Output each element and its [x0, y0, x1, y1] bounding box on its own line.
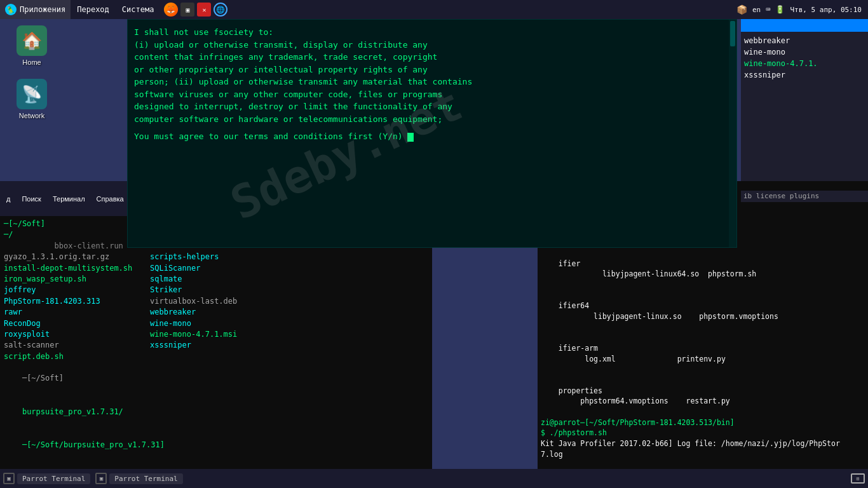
network-folder-icon: 📡	[17, 79, 47, 109]
file-salt: salt-scanner	[4, 340, 150, 351]
desktop-icons: 🏠 Home 📡 Network	[10, 25, 54, 119]
apps-label[interactable]: Приложения	[20, 5, 65, 14]
terminal-task-icon-2: ▣	[95, 473, 107, 484]
left-terminal: ─[~/Soft] ─/ bbox-client.run gyazo_1.3.1…	[0, 216, 432, 469]
sidebar-nav-back[interactable]: д	[3, 194, 13, 204]
file-striker: Striker	[150, 285, 290, 295]
terminal-task-label-2: Parrot Terminal	[114, 475, 177, 483]
home-folder-icon: 🏠	[17, 25, 47, 56]
rt-cmd1: $ ./phpstorm.sh	[541, 428, 865, 438]
rt-output2: 7.log	[541, 449, 865, 460]
file-xsssniper: xsssniper	[150, 340, 290, 351]
file-roxysploit: roxysploit	[4, 329, 150, 340]
right-panel-item-4: xsssniper	[744, 69, 865, 81]
taskbar-right-area: 📦 en ⌨ 🔋 Чтв, 5 апр, 05:10	[736, 4, 868, 15]
tos-scrollbar[interactable]	[729, 20, 736, 247]
file-listing-area: gyazo_1.3.1.orig.tar.gz install-depot-mu…	[4, 252, 428, 362]
file-col-1: gyazo_1.3.1.orig.tar.gz install-depot-mu…	[4, 252, 150, 362]
taskbar-bottom-right: ⊞	[851, 473, 865, 484]
file-wine-mono: wine-mono	[150, 318, 290, 329]
tos-text: I shall not use fsociety to: (i) upload …	[134, 26, 730, 125]
tos-scrollbar-thumb	[730, 21, 735, 46]
desktop-icon-home[interactable]: 🏠 Home	[10, 25, 54, 66]
apps-menu[interactable]: 🦜 Приложения	[0, 0, 71, 19]
close-app-icon[interactable]: ✕	[197, 3, 211, 17]
right-panel-items: webbreaker wine-mono wine-mono-4.7.1. xs…	[741, 32, 868, 84]
tos-prompt: You must agree to our terms and conditio…	[134, 132, 730, 142]
right-panel-header	[741, 19, 868, 32]
file-recondog: ReconDog	[4, 318, 150, 329]
tos-terminal: I shall not use fsociety to: (i) upload …	[127, 19, 737, 248]
terminal-line-burp-nav: ─[~/Soft]	[4, 362, 428, 395]
file-vbox: virtualbox-last.deb	[150, 296, 290, 307]
left-sidebar-taskbar: д Поиск Терминал Справка	[0, 181, 127, 216]
right-panel-bottom: ib license plugins	[741, 191, 868, 202]
sidebar-terminal[interactable]: Терминал	[50, 194, 88, 204]
right-panel-item-1: webbreaker	[744, 35, 865, 46]
terminal-task-label-1: Parrot Terminal	[22, 475, 85, 483]
terminal-line-burp-files: keygen1.7.31.jar burpsuite_pro_v1.7.31.j…	[4, 462, 428, 469]
file-gyazo: gyazo_1.3.1.orig.tar.gz	[4, 252, 150, 262]
file-scripts-helpers: scripts-helpers	[150, 252, 290, 262]
right-panel-item-2: wine-mono	[744, 46, 865, 58]
screen-layout-icon[interactable]: ⊞	[851, 473, 865, 484]
desktop-icon-network[interactable]: 📡 Network	[10, 79, 54, 119]
file-sqli: SQLiScanner	[150, 263, 290, 274]
terminal-cursor	[407, 133, 414, 142]
file-rawr: rawr	[4, 307, 150, 318]
dropbox-icon[interactable]: 📦	[736, 4, 747, 15]
terminal-line-burp-dir: burpsuite_pro_v1.7.31/	[4, 395, 428, 428]
sidebar-menu: д Поиск Терминал Справка	[0, 194, 130, 204]
network-icon-label: Network	[19, 112, 44, 119]
parrot-logo-icon: 🦜	[5, 4, 17, 15]
nav-menu[interactable]: Переход	[71, 0, 116, 19]
battery-icon: 🔋	[775, 5, 785, 14]
terminal-prompt-burp: ─[~/Soft/burpsuite_pro_v1.7.31]	[4, 428, 428, 461]
taskbar-bottom: ▣ Parrot Terminal ▣ Parrot Terminal ⊞	[0, 469, 868, 488]
rt-ls-row3: ifier64 libyjpagent-linux.so phpstorm.vm…	[541, 290, 865, 333]
file-sqlmate: sqlmate	[150, 274, 290, 285]
file-webbreaker: webbreaker	[150, 307, 290, 318]
datetime: Чтв, 5 апр, 05:10	[790, 6, 862, 14]
terminal-task-icon-1: ▣	[3, 473, 15, 484]
rt-ls-row2: ifier libyjpagent-linux64.so phpstorm.sh	[541, 248, 865, 290]
file-wine-mono-msi: wine-mono-4.7.1.msi	[150, 329, 290, 340]
file-iron-wasp: iron_wasp_setup.sh	[4, 274, 150, 285]
terminal-icon[interactable]: ▣	[180, 3, 194, 17]
keyboard-icon: ⌨	[766, 5, 770, 14]
firefox-icon[interactable]: 🦊	[164, 3, 178, 17]
file-install-depot: install-depot-multisystem.sh	[4, 263, 150, 274]
sidebar-help[interactable]: Справка	[93, 194, 127, 204]
file-col-3	[290, 252, 353, 362]
lang-indicator: en	[752, 6, 761, 14]
terminal-task-1[interactable]: Parrot Terminal	[17, 473, 90, 484]
file-joffrey: joffrey	[4, 285, 150, 295]
system-menu[interactable]: Система	[116, 0, 161, 19]
rt-ls-row4: ifier-arm log.xml printenv.py	[541, 332, 865, 375]
home-icon-label: Home	[22, 58, 41, 66]
rt-prompt1: zi@parrot─[~/Soft/PhpStorm-181.4203.513/…	[541, 417, 865, 428]
taskbar-top: 🦜 Приложения Переход Система 🦊 ▣ ✕ 🌐 📦 e…	[0, 0, 868, 19]
file-phpstorm: PhpStorm-181.4203.313	[4, 296, 150, 307]
rt-output1: Kit Java Profiler 2017.02-b66] Log file:…	[541, 438, 865, 449]
file-script: script.deb.sh	[4, 351, 150, 362]
file-col-2: scripts-helpers SQLiScanner sqlmate Stri…	[150, 252, 290, 362]
terminal-task-2[interactable]: Parrot Terminal	[109, 473, 182, 484]
rt-ls-row5: properties phpstorm64.vmoptions restart.…	[541, 375, 865, 417]
sidebar-search[interactable]: Поиск	[18, 194, 44, 204]
browser-icon[interactable]: 🌐	[214, 3, 227, 17]
right-panel-item-3: wine-mono-4.7.1.	[744, 58, 865, 69]
